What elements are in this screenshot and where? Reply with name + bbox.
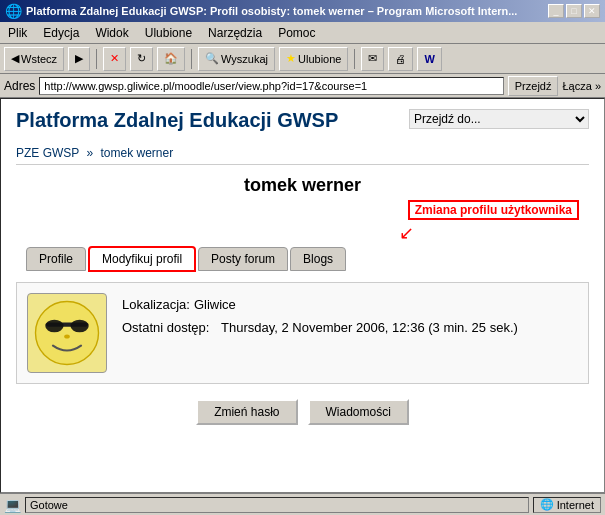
favorites-button[interactable]: ★ Ulubione: [279, 47, 348, 71]
address-bar: Adres Przejdź Łącza »: [0, 74, 605, 98]
action-buttons: Zmień hasło Wiadomości: [16, 399, 589, 425]
zone-label: Internet: [557, 499, 594, 511]
svg-point-0: [36, 302, 99, 365]
status-icon: 💻: [4, 497, 21, 513]
breadcrumb-home-link[interactable]: PZE GWSP: [16, 146, 79, 160]
page-content: Platforma Zdalnej Edukacji GWSP Przejdź …: [1, 99, 604, 493]
tab-blogs[interactable]: Blogs: [290, 247, 346, 271]
mail-button[interactable]: ✉: [361, 47, 384, 71]
back-button[interactable]: ◀ Wstecz: [4, 47, 64, 71]
links-label: Łącza »: [562, 80, 601, 92]
internet-icon: 🌐: [540, 498, 554, 511]
print-button[interactable]: 🖨: [388, 47, 413, 71]
breadcrumb-separator: »: [86, 146, 93, 160]
messages-button[interactable]: Wiadomości: [308, 399, 409, 425]
menu-edycja[interactable]: Edycja: [39, 24, 83, 42]
maximize-button[interactable]: □: [566, 4, 582, 18]
forward-button[interactable]: ▶: [68, 47, 90, 71]
star-icon: ★: [286, 52, 296, 65]
access-value: Thursday, 2 November 2006, 12:36 (3 min.…: [221, 316, 518, 339]
refresh-icon: ↻: [137, 52, 146, 65]
forward-arrow-icon: ▶: [75, 52, 83, 65]
menu-plik[interactable]: Plik: [4, 24, 31, 42]
annotation-arrow-icon: ↙: [399, 222, 414, 244]
tab-posty-forum[interactable]: Posty forum: [198, 247, 288, 271]
svg-point-2: [45, 320, 63, 333]
menu-pomoc[interactable]: Pomoc: [274, 24, 319, 42]
stop-icon: ✕: [110, 52, 119, 65]
home-icon: 🏠: [164, 52, 178, 65]
address-input[interactable]: [39, 77, 503, 95]
status-text: Gotowe: [25, 497, 529, 513]
back-arrow-icon: ◀: [11, 52, 19, 65]
window-icon: 🌐: [5, 3, 22, 19]
home-button[interactable]: 🏠: [157, 47, 185, 71]
window-title: Platforma Zdalnej Edukacji GWSP: Profil …: [26, 5, 517, 17]
tabs-row: Profile Modyfikuj profil Posty forum Blo…: [16, 246, 589, 272]
address-label: Adres: [4, 79, 35, 93]
access-row: Ostatni dostęp: Thursday, 2 November 200…: [122, 316, 578, 339]
avatar: [27, 293, 107, 373]
location-label: Lokalizacja:: [122, 293, 190, 316]
separator3: [354, 49, 355, 69]
smiley-svg: [32, 298, 102, 368]
svg-point-4: [64, 334, 70, 338]
mail-icon: ✉: [368, 52, 377, 65]
access-label: Ostatni dostęp:: [122, 316, 209, 339]
tab-profile[interactable]: Profile: [26, 247, 86, 271]
window-title-bar: 🌐 Platforma Zdalnej Edukacji GWSP: Profi…: [0, 0, 605, 22]
menu-narzedzia[interactable]: Narzędzia: [204, 24, 266, 42]
status-bar: 💻 Gotowe 🌐 Internet: [0, 493, 605, 515]
close-button[interactable]: ✕: [584, 4, 600, 18]
stop-button[interactable]: ✕: [103, 47, 126, 71]
location-row: Lokalizacja: Gliwice: [122, 293, 578, 316]
profile-card: Lokalizacja: Gliwice Ostatni dostęp: Thu…: [16, 282, 589, 384]
breadcrumb: PZE GWSP » tomek werner: [16, 146, 589, 165]
location-value: Gliwice: [194, 293, 236, 316]
profile-info: Lokalizacja: Gliwice Ostatni dostęp: Thu…: [122, 293, 578, 373]
word-button[interactable]: W: [417, 47, 441, 71]
browser-content: Platforma Zdalnej Edukacji GWSP Przejdź …: [0, 98, 605, 493]
search-icon: 🔍: [205, 52, 219, 65]
menu-bar: Plik Edycja Widok Ulubione Narzędzia Pom…: [0, 22, 605, 44]
word-icon: W: [424, 53, 434, 65]
annotation-label: Zmiana profilu użytkownika: [408, 200, 579, 220]
toolbar: ◀ Wstecz ▶ ✕ ↻ 🏠 🔍 Wyszukaj ★ Ulubione ✉…: [0, 44, 605, 74]
separator2: [191, 49, 192, 69]
page-title: Platforma Zdalnej Edukacji GWSP: [16, 109, 338, 132]
minimize-button[interactable]: _: [548, 4, 564, 18]
svg-point-3: [71, 320, 89, 333]
change-password-button[interactable]: Zmień hasło: [196, 399, 297, 425]
menu-ulubione[interactable]: Ulubione: [141, 24, 196, 42]
tab-modyfikuj-profil[interactable]: Modyfikuj profil: [88, 246, 196, 272]
window-controls: _ □ ✕: [548, 4, 600, 18]
przejdz-row: Przejdź do...: [409, 109, 589, 129]
przejdz-select[interactable]: Przejdź do...: [409, 109, 589, 129]
user-name-heading: tomek werner: [16, 175, 589, 196]
status-zone: 🌐 Internet: [533, 497, 601, 513]
go-button[interactable]: Przejdź: [508, 76, 559, 96]
breadcrumb-current: tomek werner: [101, 146, 174, 160]
menu-widok[interactable]: Widok: [91, 24, 132, 42]
search-button[interactable]: 🔍 Wyszukaj: [198, 47, 275, 71]
print-icon: 🖨: [395, 53, 406, 65]
separator: [96, 49, 97, 69]
refresh-button[interactable]: ↻: [130, 47, 153, 71]
